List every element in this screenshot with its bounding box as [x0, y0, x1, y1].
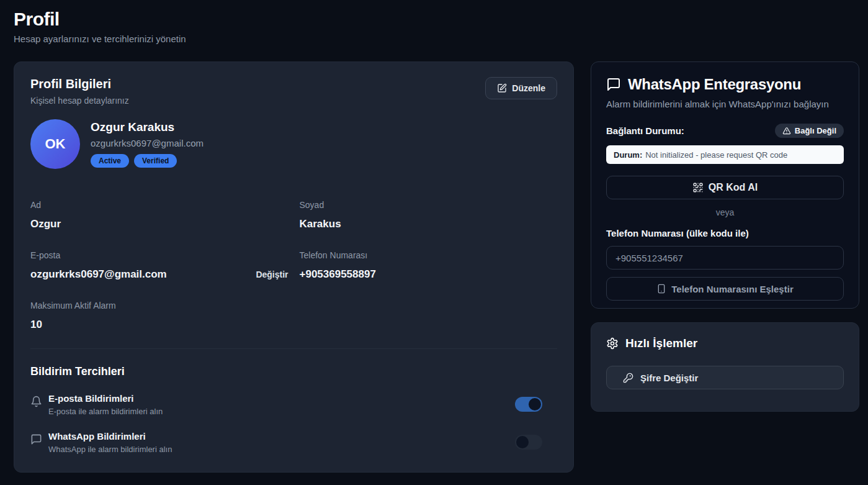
- whatsapp-notifications-toggle[interactable]: [515, 435, 542, 450]
- profile-card-header: Profil Bilgileri Kişisel hesap detayları…: [30, 77, 129, 106]
- phone-label: Telefon Numarası: [300, 250, 558, 260]
- status-prefix: Durum:: [614, 150, 642, 160]
- pair-button-label: Telefon Numarasını Eşleştir: [671, 284, 793, 294]
- page-header: Profil Hesap ayarlarınızı ve tercihlerin…: [14, 9, 186, 44]
- divider: [30, 348, 557, 349]
- qr-code-icon: [692, 182, 704, 193]
- email-notifications-description: E-posta ile alarm bildirimleri alın: [48, 407, 515, 416]
- not-connected-badge-label: Bağlı Değil: [795, 126, 836, 135]
- first-name-label: Ad: [30, 200, 289, 210]
- profile-fields: Ad Ozgur Soyad Karakus E-posta ozgurkrks…: [30, 200, 557, 331]
- whatsapp-integration-card: WhatsApp Entegrasyonu Alarm bildirimleri…: [591, 61, 859, 309]
- field-max-alarm: Maksimum Aktif Alarm 10: [30, 301, 289, 331]
- last-name-value: Karakus: [300, 218, 558, 230]
- qr-button-label: QR Kod Al: [709, 182, 758, 193]
- field-first-name: Ad Ozgur: [30, 200, 289, 230]
- warning-triangle-icon: [782, 127, 791, 135]
- gear-icon: [606, 337, 619, 350]
- profile-card: Profil Bilgileri Kişisel hesap detayları…: [14, 61, 574, 473]
- max-alarm-label: Maksimum Aktif Alarm: [30, 301, 289, 310]
- identity-block: Ozgur Karakus ozgurkrks0697@gmail.com Ac…: [91, 120, 204, 168]
- page-subtitle: Hesap ayarlarınızı ve tercihlerinizi yön…: [14, 34, 186, 44]
- whatsapp-card-title: WhatsApp Entegrasyonu: [628, 76, 801, 93]
- phone-number-input[interactable]: [606, 246, 844, 270]
- whatsapp-card-subtitle: Alarm bildirimlerini almak için WhatsApp…: [606, 99, 844, 109]
- status-badge-active: Active: [91, 154, 129, 168]
- profile-card-title: Profil Bilgileri: [30, 77, 129, 91]
- connection-status-label: Bağlantı Durumu:: [606, 125, 684, 136]
- not-connected-badge: Bağlı Değil: [775, 124, 844, 138]
- change-password-label: Şifre Değiştir: [640, 373, 698, 383]
- person-email: ozgurkrks0697@gmail.com: [91, 138, 204, 148]
- status-message: Not initialized - please request QR code: [645, 150, 787, 160]
- field-email: E-posta ozgurkrks0697@gmail.com Değiştir: [30, 250, 289, 281]
- first-name-value: Ozgur: [30, 218, 289, 230]
- last-name-label: Soyad: [300, 200, 558, 210]
- max-alarm-value: 10: [30, 319, 289, 331]
- phone-value: +905369558897: [300, 268, 558, 281]
- get-qr-code-button[interactable]: QR Kod Al: [606, 176, 844, 199]
- message-square-icon: [606, 77, 621, 92]
- connection-status-bar: Durum: Not initialized - please request …: [606, 145, 844, 164]
- field-last-name: Soyad Karakus: [300, 200, 558, 230]
- or-divider-text: veya: [606, 207, 844, 217]
- email-label: E-posta: [30, 250, 289, 260]
- phone-input-label: Telefon Numarası (ülke kodu ile): [606, 228, 844, 238]
- email-value: ozgurkrks0697@gmail.com: [30, 268, 167, 281]
- smartphone-icon: [656, 284, 666, 294]
- pair-phone-button[interactable]: Telefon Numarasını Eşleştir: [606, 277, 844, 301]
- page-title: Profil: [14, 9, 186, 30]
- notification-row-whatsapp: WhatsApp Bildirimleri WhatsApp ile alarm…: [30, 431, 557, 454]
- message-square-icon: [30, 433, 42, 445]
- whatsapp-notifications-description: WhatsApp ile alarm bildirimleri alın: [48, 445, 515, 454]
- quick-actions-title: Hızlı İşlemler: [625, 337, 697, 350]
- change-email-button[interactable]: Değiştir: [256, 270, 288, 279]
- key-icon: [623, 373, 633, 383]
- status-badge-verified: Verified: [134, 154, 177, 168]
- toggle-knob: [529, 398, 541, 410]
- edit-icon: [497, 83, 507, 93]
- email-notifications-label: E-posta Bildirimleri: [48, 393, 515, 404]
- edit-button-label: Düzenle: [512, 83, 545, 93]
- notifications-section-title: Bildirim Tercihleri: [30, 365, 557, 378]
- email-notifications-toggle[interactable]: [515, 397, 542, 412]
- bell-icon: [30, 396, 42, 407]
- whatsapp-notifications-label: WhatsApp Bildirimleri: [48, 431, 515, 442]
- avatar: OK: [30, 119, 80, 169]
- field-phone: Telefon Numarası +905369558897: [300, 250, 558, 281]
- notification-row-email: E-posta Bildirimleri E-posta ile alarm b…: [30, 393, 557, 416]
- quick-actions-card: Hızlı İşlemler Şifre Değiştir: [591, 322, 859, 412]
- person-name: Ozgur Karakus: [91, 120, 204, 134]
- change-password-button[interactable]: Şifre Değiştir: [606, 366, 844, 389]
- edit-profile-button[interactable]: Düzenle: [485, 77, 557, 99]
- profile-card-subtitle: Kişisel hesap detaylarınız: [30, 96, 129, 106]
- toggle-knob: [516, 436, 529, 448]
